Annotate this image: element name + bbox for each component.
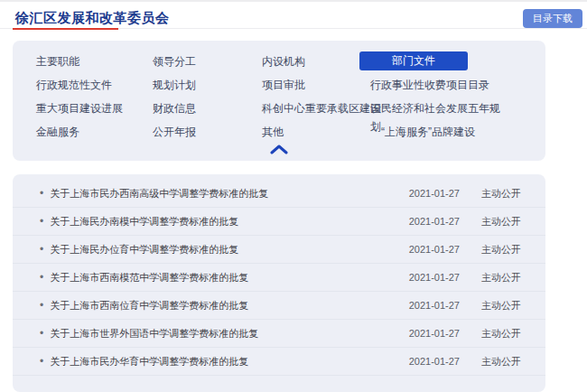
category-menu-panel: 主要职能领导分工内设机构部门文件行政规范性文件规划计划项目审批行政事业性收费项目… [13,41,545,161]
access-badge: 主动公开 [481,215,521,229]
document-row: • 关于上海市民办华育中学调整学费标准的批复 2021-01-27 主动公开 [13,348,545,376]
collapse-menu-button[interactable] [265,143,294,156]
bullet-icon: • [40,356,43,367]
access-badge: 主动公开 [481,299,521,313]
bullet-icon: • [40,244,43,255]
document-title-link[interactable]: 关于上海民办南模中学调整学费标准的批复 [50,215,395,229]
menu-item[interactable]: “上海服务”品牌建设 [370,120,536,144]
menu-item[interactable]: 行政规范性文件 [36,73,153,97]
document-row: • 关于上海市世界外国语中学调整学费标准的批复 2021-01-27 主动公开 [13,320,545,348]
category-menu-grid: 主要职能领导分工内设机构部门文件行政规范性文件规划计划项目审批行政事业性收费项目… [13,41,545,144]
document-title-link[interactable]: 关于上海市西南模范中学调整学费标准的批复 [50,271,395,285]
document-date: 2021-01-27 [409,216,460,227]
document-title-link[interactable]: 关于上海市民办华育中学调整学费标准的批复 [50,355,395,369]
menu-item-active[interactable]: 部门文件 [359,51,468,70]
menu-item[interactable]: 科创中心重要承载区建设 [262,97,370,120]
chevron-up-icon [270,144,288,157]
document-date: 2021-01-27 [409,300,460,311]
document-date: 2021-01-27 [409,188,460,199]
document-row: • 关于上海民办位育中学调整学费标准的批复 2021-01-27 主动公开 [13,236,545,264]
document-row: • 关于上海市西南模范中学调整学费标准的批复 2021-01-27 主动公开 [13,264,545,292]
document-title-link[interactable]: 关于上海市西南位育中学调整学费标准的批复 [50,299,395,313]
menu-item[interactable]: 重大项目建设进展 [36,97,153,120]
document-row: • 关于上海市民办西南高级中学调整学费标准的批复 2021-01-27 主动公开 [13,180,545,208]
menu-item[interactable]: 国民经济和社会发展五年规划 [370,97,506,120]
document-date: 2021-01-27 [409,356,460,367]
menu-item[interactable]: 规划计划 [153,73,262,97]
menu-item[interactable]: 金融服务 [36,120,153,144]
bullet-icon: • [40,300,43,311]
bullet-icon: • [40,216,43,227]
title-underline [13,28,118,30]
page-title: 徐汇区发展和改革委员会 [15,10,170,27]
bullet-icon: • [40,188,43,199]
document-title-link[interactable]: 关于上海市世界外国语中学调整学费标准的批复 [50,327,395,341]
menu-item[interactable]: 内设机构 [262,50,370,73]
menu-item[interactable]: 其他 [262,120,370,144]
access-badge: 主动公开 [481,243,521,257]
access-badge: 主动公开 [481,187,521,201]
document-row: • 关于上海民办南模中学调整学费标准的批复 2021-01-27 主动公开 [13,208,545,236]
access-badge: 主动公开 [481,355,521,369]
document-title-link[interactable]: 关于上海市民办西南高级中学调整学费标准的批复 [50,187,395,201]
download-button[interactable]: 目录下载 [523,9,582,28]
document-date: 2021-01-27 [409,328,460,339]
menu-item[interactable]: 领导分工 [153,50,262,73]
menu-item[interactable]: 主要职能 [36,50,153,73]
document-date: 2021-01-27 [409,244,460,255]
document-list: • 关于上海市民办西南高级中学调整学费标准的批复 2021-01-27 主动公开… [13,174,545,392]
access-badge: 主动公开 [481,271,521,285]
document-title-link[interactable]: 关于上海民办位育中学调整学费标准的批复 [50,243,395,257]
menu-item[interactable]: 财政信息 [153,97,262,120]
menu-item[interactable]: 公开年报 [153,120,262,144]
bullet-icon: • [40,328,43,339]
document-row: • 关于上海市西南位育中学调整学费标准的批复 2021-01-27 主动公开 [13,292,545,320]
access-badge: 主动公开 [481,327,521,341]
document-date: 2021-01-27 [409,272,460,283]
menu-item[interactable]: 行政事业性收费项目目录 [370,73,536,97]
site-header: 徐汇区发展和改革委员会 目录下载 [0,2,587,29]
bullet-icon: • [40,272,43,283]
menu-item[interactable]: 项目审批 [262,73,370,97]
